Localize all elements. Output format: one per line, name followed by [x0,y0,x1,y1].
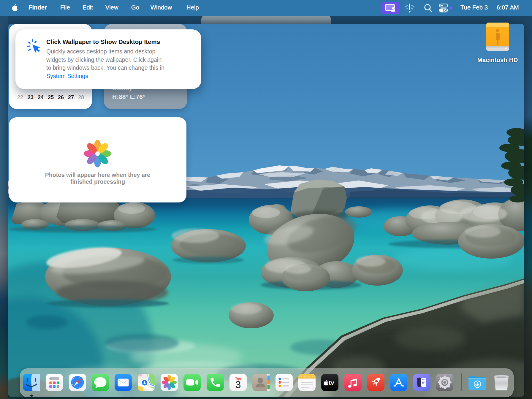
svg-text:tv: tv [329,379,334,386]
